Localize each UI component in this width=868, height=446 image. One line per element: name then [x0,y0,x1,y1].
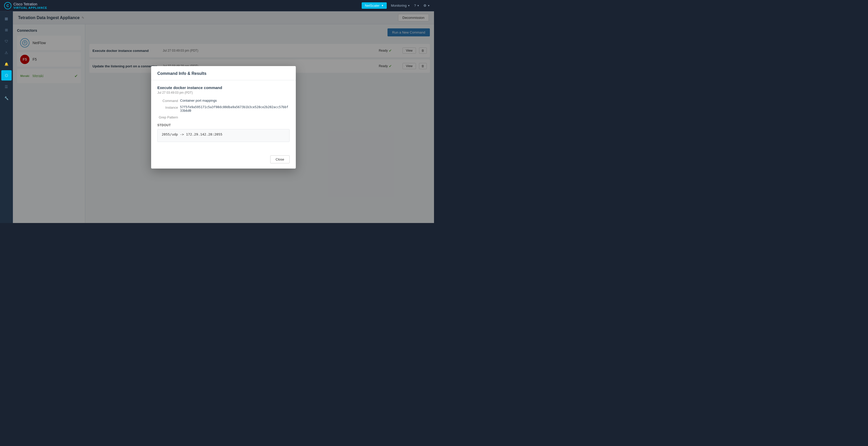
modal-instance-label: Instance [157,105,178,109]
modal-command-label: Command [157,99,178,103]
modal-header: Command Info & Results [151,66,296,80]
modal-close-button[interactable]: Close [270,156,289,163]
modal-command-value: Container port mappings [180,99,289,102]
navbar-right: NetScaler Monitoring ? ⚙ [362,2,430,9]
content-area: Tetration Data Ingest Appliance ✎ Decomm… [13,11,434,223]
modal-title: Command Info & Results [157,71,289,76]
modal-overlay: Command Info & Results Execute docker in… [13,11,434,223]
modal-instance-field-row: Instance 57f5fe9a595171c5a3f98dc80dba9a5… [157,105,289,112]
sidebar-item-security[interactable]: 🛡 [1,36,11,46]
modal-grep-label: Grep Pattern [157,115,178,119]
settings-nav[interactable]: ⚙ [424,4,430,7]
brand-logo: C Cisco Tetration VIRTUAL APPLIANCE [4,2,47,9]
sidebar-item-connectors[interactable]: ⬡ [1,70,11,80]
sidebar-item-analytics[interactable]: ▦ [1,13,11,24]
help-nav[interactable]: ? [414,4,419,7]
modal-command-title: Execute docker instance command [157,85,289,90]
main-layout: ▦ ⊞ 🛡 ⚠ 🔔 ⬡ ☰ 🔧 Tetration Data Ingest Ap… [0,11,434,223]
modal-instance-value: 57f5fe9a595171c5a3f98dc80dba9a5673b1b3ce… [180,105,289,112]
modal-stdout-label: STDOUT [157,124,289,127]
brand-subtitle: VIRTUAL APPLIANCE [13,6,47,9]
modal-fields: Command Container port mappings Instance… [157,99,289,119]
modal-stdout-content: 2055/udp -> 172.29.142.28:2055 [157,129,289,142]
sidebar: ▦ ⊞ 🛡 ⚠ 🔔 ⬡ ☰ 🔧 [0,11,13,223]
modal-timestamp: Jul 27 03:49:03 pm (PDT) [157,91,289,95]
modal-dialog: Command Info & Results Execute docker in… [151,66,296,169]
sidebar-item-alerts[interactable]: ⚠ [1,47,11,58]
cisco-logo-icon: C [4,2,11,9]
navbar: C Cisco Tetration VIRTUAL APPLIANCE NetS… [0,0,434,11]
brand-name: Cisco Tetration [13,2,47,6]
navbar-left: C Cisco Tetration VIRTUAL APPLIANCE [4,2,47,9]
modal-grep-field-row: Grep Pattern [157,115,289,119]
sidebar-item-dashboard[interactable]: ⊞ [1,25,11,35]
modal-footer: Close [151,152,296,169]
sidebar-item-settings[interactable]: 🔧 [1,93,11,103]
modal-command-field-row: Command Container port mappings [157,99,289,103]
modal-body: Execute docker instance command Jul 27 0… [151,80,296,152]
monitoring-nav[interactable]: Monitoring [391,4,410,7]
sidebar-item-notifications[interactable]: 🔔 [1,59,11,69]
sidebar-item-inventory[interactable]: ☰ [1,81,11,92]
netscaler-button[interactable]: NetScaler [362,2,387,9]
